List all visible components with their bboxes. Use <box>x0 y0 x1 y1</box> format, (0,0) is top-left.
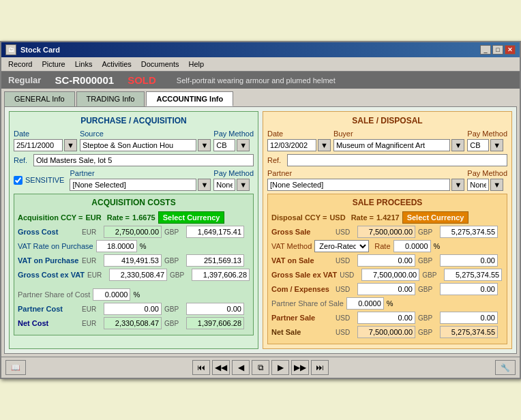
com-usd-input[interactable] <box>357 283 415 295</box>
buyer-dropdown[interactable]: ▼ <box>451 139 464 151</box>
partner-share-sale-pct: % <box>387 299 393 308</box>
main-content: PURCHASE / ACQUISITION Date ▼ Source <box>4 106 517 354</box>
partner-pay-dropdown[interactable]: ▼ <box>237 179 250 191</box>
pay-dropdown-icon[interactable]: ▼ <box>237 139 250 151</box>
vat-rate-row: VAT Rate on Purchase % <box>18 240 250 252</box>
partner-share-sale-input[interactable] <box>346 297 384 310</box>
menu-record[interactable]: Record <box>4 59 36 70</box>
gross-cost-gbp-tag: GBP <box>164 228 183 236</box>
partner-pay-input[interactable] <box>213 179 235 191</box>
acquisition-top-row: Date ▼ Source ▼ Pay Me <box>14 130 254 151</box>
acq-ccy-value: EUR <box>85 213 101 222</box>
partner-sale-amount-label: Partner Sale <box>271 314 333 322</box>
vat-sale-row: VAT on Sale USD GBP <box>271 254 503 267</box>
vat-rate-label: VAT Rate on Purchase <box>18 242 93 250</box>
gross-sale-ex-vat-label: Gross Sale ex VAT <box>271 271 337 279</box>
vat-method-select[interactable]: Zero-Rated <box>314 240 369 252</box>
source-dropdown-icon[interactable]: ▼ <box>198 139 211 151</box>
partner-sale-dropdown[interactable]: ▼ <box>451 179 464 191</box>
ccy-rate-row: Acquisition CCY = EUR Rate = 1.6675 Sele… <box>18 211 250 224</box>
tab-general-info[interactable]: GENERAL Info <box>4 91 75 106</box>
sensitive-checkbox[interactable] <box>14 176 23 185</box>
sale-proceeds-panel: SALE PROCEEDS Disposal CCY = USD Rate = … <box>267 194 507 344</box>
partner-pay-col: Pay Method ▼ <box>213 169 254 191</box>
tab-trading-info[interactable]: TRADING Info <box>76 91 145 106</box>
sale-pay-input[interactable] <box>467 139 489 151</box>
prev-button[interactable]: ◀ <box>232 360 250 375</box>
sale-pay-label: Pay Method <box>467 130 507 138</box>
buyer-col: Buyer ▼ <box>333 130 464 151</box>
last-button[interactable]: ⏭ <box>311 360 329 375</box>
partner-acq-col: Partner ▼ <box>70 169 211 191</box>
source-label: Source <box>80 130 211 138</box>
date-dropdown-icon[interactable]: ▼ <box>64 139 77 151</box>
net-cost-row: Net Cost EUR GBP <box>18 317 250 329</box>
gross-sale-usd-input[interactable] <box>357 226 415 238</box>
acquisition-title: PURCHASE / ACQUISITION <box>14 116 254 125</box>
partner-share-cost-input[interactable] <box>93 288 130 301</box>
source-input[interactable] <box>80 139 197 151</box>
partner-share-sale-label: Partner Share of Sale <box>271 299 344 308</box>
gross-sale-ex-vat-gbp-input <box>444 269 502 281</box>
partner-acq-dropdown[interactable]: ▼ <box>198 179 211 191</box>
close-button[interactable]: ✕ <box>505 45 516 55</box>
vat-rate-input[interactable] <box>96 240 137 252</box>
gross-ex-vat-row: Gross Cost ex VAT EUR GBP <box>18 269 250 281</box>
gross-cost-eur-input[interactable] <box>104 226 162 238</box>
partner-sale-pay-dropdown[interactable]: ▼ <box>490 179 503 191</box>
menu-documents[interactable]: Documents <box>137 59 183 70</box>
next-button[interactable]: ▶ <box>271 360 289 375</box>
gross-sale-ex-vat-usd-input <box>361 269 419 281</box>
vat-gbp-input <box>186 254 244 267</box>
acq-costs-title: ACQUISITION COSTS <box>18 198 250 207</box>
ref-row: Ref. <box>14 154 254 166</box>
acq-rate-value: 1.6675 <box>132 213 155 222</box>
vat-pct-label: % <box>140 242 147 250</box>
menu-links[interactable]: Links <box>71 59 97 70</box>
maximize-button[interactable]: □ <box>492 45 503 55</box>
partner-acq-input[interactable] <box>70 179 196 191</box>
acquisition-panel: PURCHASE / ACQUISITION Date ▼ Source <box>9 111 258 349</box>
sale-date-input[interactable] <box>267 139 316 151</box>
acq-ccy-label: Acquisition CCY = <box>18 213 83 222</box>
copy-button[interactable]: ⧉ <box>252 360 269 375</box>
sale-ref-input[interactable] <box>287 154 507 166</box>
pay-method-input[interactable] <box>213 139 235 151</box>
title-bar: 🗂 Stock Card _ □ ✕ <box>1 42 520 57</box>
prev-far-button[interactable]: ◀◀ <box>212 360 230 375</box>
next-far-button[interactable]: ▶▶ <box>291 360 309 375</box>
gross-cost-eur-tag: EUR <box>82 228 101 236</box>
vat-method-row: VAT Method Zero-Rated Rate % <box>271 240 503 252</box>
buyer-input[interactable] <box>333 139 451 151</box>
tools-button[interactable]: 🔧 <box>495 360 516 375</box>
sale-pay-dropdown[interactable]: ▼ <box>490 139 503 151</box>
acq-select-currency-button[interactable]: Select Currency <box>158 211 225 224</box>
date-input[interactable] <box>14 139 63 151</box>
menu-help[interactable]: Help <box>184 59 208 70</box>
vat-rate2-input[interactable] <box>393 240 431 252</box>
vat-rate2-label: Rate <box>374 242 390 250</box>
tools-icon: 🔧 <box>501 363 510 372</box>
partner-pay-label: Pay Method <box>213 169 254 177</box>
sale-date-dropdown[interactable]: ▼ <box>318 139 331 151</box>
menu-activities[interactable]: Activities <box>98 59 135 70</box>
menu-picture[interactable]: Picture <box>38 59 69 70</box>
partner-cost-label: Partner Cost <box>18 305 79 313</box>
sale-proceeds-title: SALE PROCEEDS <box>271 198 503 207</box>
partner-sale-pay-input[interactable] <box>467 179 489 191</box>
net-cost-gbp-input <box>186 317 244 329</box>
sale-ref-label: Ref. <box>267 156 284 164</box>
tab-bar: GENERAL Info TRADING Info ACCOUNTING Inf… <box>1 89 520 106</box>
sale-pay-col: Pay Method ▼ <box>467 130 507 151</box>
tab-accounting-info[interactable]: ACCOUNTING Info <box>146 91 233 106</box>
sale-ref-row: Ref. <box>267 154 507 166</box>
partner-sale-input[interactable] <box>267 179 450 191</box>
net-sale-row: Net Sale USD GBP <box>271 326 503 338</box>
book-button[interactable]: 📖 <box>5 360 26 375</box>
ref-input[interactable] <box>33 154 254 166</box>
gross-sale-label: Gross Sale <box>271 228 333 236</box>
first-button[interactable]: ⏮ <box>192 360 210 375</box>
minimize-button[interactable]: _ <box>480 45 491 55</box>
sale-select-currency-button[interactable]: Select Currency <box>402 211 469 224</box>
source-col: Source ▼ <box>80 130 211 151</box>
